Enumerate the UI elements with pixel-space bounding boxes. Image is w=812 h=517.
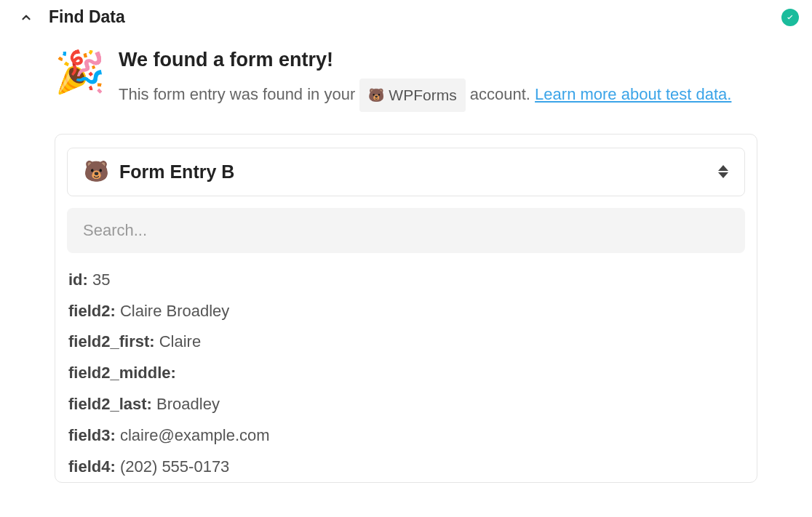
field-row: field2_middle: bbox=[68, 362, 738, 385]
collapse-toggle[interactable] bbox=[18, 9, 34, 25]
learn-more-link[interactable]: Learn more about test data. bbox=[535, 85, 731, 103]
field-value: claire@example.com bbox=[120, 426, 270, 444]
message-desc-after: account. bbox=[470, 85, 535, 103]
status-success-icon bbox=[781, 9, 799, 26]
account-badge: 🐻 WPForms bbox=[359, 79, 465, 112]
entry-select-dropdown[interactable]: 🐻 Form Entry B bbox=[67, 148, 745, 196]
field-row: field2_first: Claire bbox=[68, 331, 738, 353]
field-key: field2_last: bbox=[68, 395, 156, 413]
field-row: field4: (202) 555-0173 bbox=[68, 456, 738, 478]
field-key: field2_middle: bbox=[68, 364, 176, 382]
search-input[interactable] bbox=[67, 208, 745, 253]
field-row: id: 35 bbox=[68, 269, 738, 292]
field-value: (202) 555-0173 bbox=[120, 457, 229, 476]
message-title: We found a form entry! bbox=[119, 49, 757, 71]
field-key: field2_first: bbox=[68, 332, 159, 350]
field-key: id: bbox=[68, 270, 92, 289]
field-key: field2: bbox=[68, 302, 120, 320]
results-panel: 🐻 Form Entry B id: 35field2: Claire Broa… bbox=[55, 134, 757, 483]
badge-label: WPForms bbox=[389, 81, 456, 109]
section-header: Find Data bbox=[15, 7, 797, 41]
field-value: Claire Broadley bbox=[120, 302, 229, 320]
wpforms-icon: 🐻 bbox=[368, 84, 384, 107]
field-row: field2_last: Broadley bbox=[68, 393, 738, 416]
field-value: Broadley bbox=[156, 395, 220, 413]
confetti-icon: 🎉 bbox=[55, 52, 106, 92]
field-row: field3: claire@example.com bbox=[68, 425, 738, 447]
fields-list[interactable]: id: 35field2: Claire Broadleyfield2_firs… bbox=[67, 269, 745, 480]
dropdown-label: Form Entry B bbox=[119, 161, 718, 183]
bear-icon: 🐻 bbox=[84, 161, 109, 182]
result-message: 🎉 We found a form entry! This form entry… bbox=[15, 49, 797, 112]
field-key: field3: bbox=[68, 426, 120, 444]
message-description: This form entry was found in your 🐻 WPFo… bbox=[119, 79, 757, 112]
svg-marker-1 bbox=[718, 172, 728, 178]
message-desc-before: This form entry was found in your bbox=[119, 85, 359, 103]
field-key: field4: bbox=[68, 457, 120, 476]
svg-marker-0 bbox=[718, 165, 728, 171]
section-title: Find Data bbox=[49, 7, 125, 27]
field-value: 35 bbox=[92, 270, 110, 289]
field-value: Claire bbox=[159, 332, 201, 350]
field-row: field2: Claire Broadley bbox=[68, 300, 738, 323]
sort-arrows-icon bbox=[718, 165, 728, 178]
